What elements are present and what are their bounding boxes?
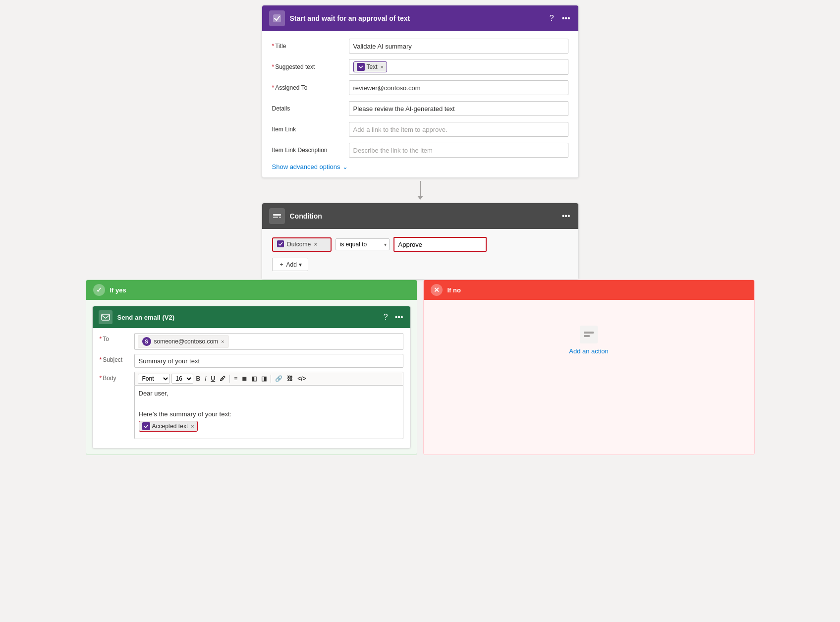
- approval-input-title[interactable]: [349, 39, 568, 54]
- approval-input-item-link[interactable]: [349, 122, 568, 137]
- email-subject-input[interactable]: [134, 354, 403, 368]
- align-left-button[interactable]: ◧: [250, 375, 258, 383]
- text-token[interactable]: Text ×: [353, 61, 387, 72]
- split-yes-panel: ✓ If yes Send an email (V2) ?: [86, 280, 417, 455]
- recipient-remove-icon[interactable]: ×: [221, 339, 224, 344]
- list-ordered-button[interactable]: ≣: [240, 375, 248, 383]
- approval-input-details[interactable]: [349, 101, 568, 116]
- email-field-subject: *Subject: [100, 354, 403, 368]
- email-label-to: *To: [100, 333, 134, 342]
- email-help-button[interactable]: ?: [383, 312, 389, 323]
- split-container: ✓ If yes Send an email (V2) ?: [86, 280, 755, 455]
- approval-body: *Title *Suggested text: [262, 31, 578, 177]
- font-select[interactable]: Font Arial Calibri: [138, 374, 170, 384]
- approval-input-item-link-desc[interactable]: [349, 143, 568, 158]
- approval-label-suggested-text: *Suggested text: [272, 63, 349, 70]
- email-more-button[interactable]: •••: [394, 312, 404, 323]
- approval-more-button[interactable]: •••: [561, 13, 571, 24]
- svg-rect-4: [279, 217, 281, 218]
- add-label: Add: [286, 261, 297, 268]
- condition-card: Condition ••• Outcome ×: [262, 203, 579, 280]
- svg-rect-8: [584, 332, 594, 334]
- email-field-to: *To S someone@contoso.com ×: [100, 333, 403, 350]
- email-field-body: *Body Font Arial Calibri: [100, 372, 403, 439]
- approval-header-actions: ? •••: [549, 13, 571, 24]
- underline-button[interactable]: U: [210, 375, 217, 383]
- email-title: Send an email (V2): [117, 314, 378, 321]
- add-action-area: Add an action: [430, 306, 748, 375]
- highlight-button[interactable]: 🖊: [218, 375, 227, 383]
- approval-field-details: Details: [272, 101, 568, 116]
- approval-suggested-text-value[interactable]: Text ×: [349, 59, 568, 75]
- email-body-editor: Font Arial Calibri 16 12 14 18: [134, 372, 403, 439]
- email-header-icon: [99, 310, 112, 324]
- outcome-token[interactable]: Outcome ×: [272, 237, 332, 252]
- split-yes-header: ✓ If yes: [86, 280, 417, 300]
- code-button[interactable]: </>: [296, 375, 307, 383]
- email-to-value: S someone@contoso.com ×: [134, 333, 403, 350]
- condition-header: Condition •••: [262, 203, 578, 229]
- chevron-down-icon: ⌄: [342, 163, 348, 170]
- split-no-body: Add an action: [424, 300, 754, 381]
- approval-help-button[interactable]: ?: [549, 13, 555, 24]
- rte-line-greeting: Dear user,: [139, 390, 399, 397]
- split-no-panel: ✕ If no Add an action: [423, 280, 755, 455]
- approval-field-item-link-desc: Item Link Description: [272, 142, 568, 158]
- condition-more-button[interactable]: •••: [561, 211, 571, 222]
- connector-arrow-1: [417, 196, 423, 200]
- connector-line-1: [420, 181, 421, 196]
- recipient-email: someone@contoso.com: [154, 338, 219, 345]
- align-right-button[interactable]: ◨: [260, 375, 268, 383]
- plus-icon: ＋: [279, 260, 284, 269]
- font-size-select[interactable]: 16 12 14 18: [171, 374, 193, 384]
- approval-label-assigned-to: *Assigned To: [272, 84, 349, 91]
- approval-card: Start and wait for an approval of text ?…: [262, 5, 579, 178]
- email-body: *To S someone@contoso.com ×: [93, 328, 410, 448]
- add-chevron-icon: ▾: [299, 261, 302, 268]
- no-cross-icon: ✕: [431, 284, 443, 296]
- svg-rect-2: [273, 214, 281, 216]
- list-unordered-button[interactable]: ≡: [232, 375, 239, 383]
- svg-rect-5: [277, 240, 284, 247]
- text-token-icon: [357, 63, 365, 71]
- text-token-label: Text: [367, 63, 378, 70]
- connector-1: [417, 178, 423, 203]
- approval-label-item-link: Item Link: [272, 126, 349, 133]
- condition-add-button[interactable]: ＋ Add ▾: [272, 258, 308, 271]
- rte-divider-2: [271, 375, 271, 383]
- accepted-text-close[interactable]: ×: [191, 423, 194, 429]
- recipient-tag[interactable]: S someone@contoso.com ×: [138, 335, 229, 348]
- approval-header-icon: [269, 10, 285, 26]
- rte-toolbar: Font Arial Calibri 16 12 14 18: [134, 372, 403, 385]
- condition-body: Outcome × is equal to is not equal to co…: [262, 229, 578, 279]
- svg-rect-1: [358, 64, 364, 70]
- svg-rect-9: [584, 335, 590, 337]
- show-advanced-label: Show advanced options: [272, 163, 340, 170]
- accepted-text-token[interactable]: Accepted text ×: [139, 421, 198, 432]
- approval-input-assigned-to[interactable]: [349, 80, 568, 95]
- text-token-close[interactable]: ×: [381, 64, 384, 70]
- rte-line-token: Accepted text ×: [139, 421, 399, 432]
- approval-field-suggested-text: *Suggested text Text ×: [272, 59, 568, 75]
- condition-operator-select[interactable]: is equal to is not equal to contains: [336, 238, 390, 250]
- outcome-token-close[interactable]: ×: [314, 241, 317, 248]
- email-label-subject: *Subject: [100, 354, 134, 363]
- operator-wrapper: is equal to is not equal to contains: [336, 238, 390, 250]
- rte-body[interactable]: Dear user, Here’s the summary of your te…: [134, 385, 403, 439]
- bold-button[interactable]: B: [195, 375, 202, 383]
- approval-field-title: *Title: [272, 38, 568, 54]
- approval-label-title: *Title: [272, 43, 349, 50]
- add-action-icon: [580, 326, 598, 343]
- show-advanced-button[interactable]: Show advanced options ⌄: [272, 163, 348, 170]
- condition-value-input[interactable]: [393, 237, 487, 252]
- outcome-token-label: Outcome: [287, 241, 311, 248]
- add-action-label[interactable]: Add an action: [569, 347, 609, 355]
- italic-button[interactable]: I: [203, 375, 208, 383]
- split-no-label: If no: [448, 286, 461, 294]
- unlink-button[interactable]: ⛓: [285, 375, 294, 383]
- rte-line-blank: [139, 400, 399, 407]
- link-button[interactable]: 🔗: [274, 375, 284, 383]
- svg-rect-6: [102, 314, 110, 320]
- condition-row: Outcome × is equal to is not equal to co…: [272, 237, 568, 252]
- email-header: Send an email (V2) ? •••: [93, 306, 410, 328]
